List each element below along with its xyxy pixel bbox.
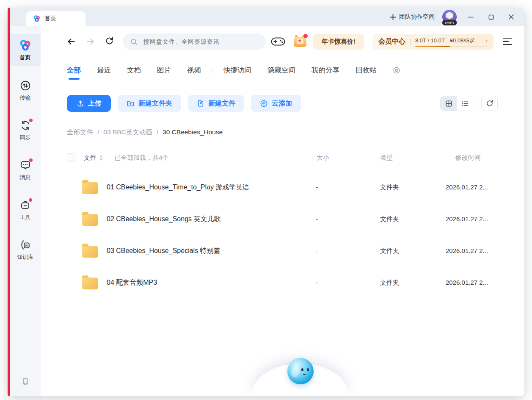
gamepad-icon[interactable] <box>271 36 285 47</box>
left-promo-strip <box>8 8 10 396</box>
close-button[interactable] <box>507 13 515 21</box>
file-name[interactable]: 04 配套音频MP3 <box>107 278 157 287</box>
search-input[interactable] <box>143 38 245 45</box>
tab-videos[interactable]: 视频 <box>187 66 201 75</box>
main-menu-icon[interactable] <box>503 38 512 45</box>
member-center-button[interactable]: 会员中心 8.0T / 10.0T ¥0.08/G起 › <box>372 34 493 50</box>
column-modified: 修改时间 <box>455 154 481 162</box>
tab-images[interactable]: 图片 <box>157 66 171 75</box>
breadcrumb-root[interactable]: 全部文件 <box>67 128 93 137</box>
file-size: - <box>316 279 318 286</box>
netdisk-logo-icon <box>19 39 32 51</box>
breadcrumb-parent[interactable]: 03 BBC英文动画 <box>103 128 152 137</box>
cloud-upload-icon <box>260 100 268 108</box>
main-content: 年卡惊喜价! 会员中心 8.0T / 10.0T ¥0.08/G起 › <box>41 26 524 396</box>
notification-dot <box>29 119 33 122</box>
ai-assistant-orb[interactable] <box>287 358 314 384</box>
transfer-icon <box>20 80 31 92</box>
column-size: 大小 <box>317 154 329 162</box>
storage-quota: 8.0T / 10.0T ¥0.08/G起 › <box>415 37 488 47</box>
browser-toolbar: 年卡惊喜价! 会员中心 8.0T / 10.0T ¥0.08/G起 › <box>41 26 524 57</box>
search-icon <box>130 38 138 45</box>
yearly-card-promo-button[interactable]: 年卡惊喜价! <box>313 34 364 50</box>
folder-icon <box>82 278 98 289</box>
message-icon <box>20 159 31 171</box>
file-list-header: 文件 已全部加载，共4个 大小 类型 修改时间 <box>41 153 524 164</box>
column-name[interactable]: 文件 <box>84 154 103 162</box>
toolbox-icon <box>20 199 30 211</box>
tab-home-page[interactable]: 首页 <box>26 11 85 26</box>
sidebar-item-knowledge[interactable]: AI 知识库 <box>10 236 41 264</box>
view-mode-toggle <box>440 96 473 111</box>
sidebar-item-messages[interactable]: 消息 <box>10 156 41 185</box>
window-tabbar: 首页 团队协作空间 SVIP5 <box>8 8 524 26</box>
upload-icon <box>77 100 84 107</box>
tab-hidden-space[interactable]: 隐藏空间 <box>267 66 295 75</box>
category-tabs: 全部 最近 文档 图片 视频 快捷访问 隐藏空间 我的分享 回收站 <box>41 57 524 83</box>
file-name[interactable]: 02 CBeebies_House_Songs 英文儿歌 <box>107 215 221 224</box>
file-actions: 上传 新建文件夹 新建文件 <box>41 95 524 112</box>
target-circle-icon[interactable] <box>393 67 400 74</box>
file-type: 文件夹 <box>380 183 399 192</box>
team-space-button[interactable]: 团队协作空间 <box>390 13 435 21</box>
file-list: 01 CBeebies_House_Time_to_Play 游戏学英语 - 文… <box>41 171 524 298</box>
list-view-button[interactable] <box>457 96 473 111</box>
file-type: 文件夹 <box>380 279 399 287</box>
sidebar-item-tools[interactable]: 工具 <box>10 196 41 225</box>
file-size: - <box>316 183 318 191</box>
gift-bag-icon[interactable] <box>294 35 306 47</box>
svg-text:AI: AI <box>25 244 28 247</box>
sort-icon[interactable] <box>99 155 103 161</box>
minimize-button[interactable] <box>467 13 474 21</box>
chevron-right-icon: › <box>485 37 488 44</box>
notification-dot <box>29 158 33 162</box>
breadcrumb: 全部文件 / 03 BBC英文动画 / 30 CBeebies_House <box>41 128 524 137</box>
app-window: 首页 团队协作空间 SVIP5 <box>8 8 524 396</box>
sidebar-item-home[interactable]: 首页 <box>10 34 41 66</box>
tab-my-shares[interactable]: 我的分享 <box>311 66 339 75</box>
mobile-phone-icon[interactable] <box>21 377 30 386</box>
maximize-button[interactable] <box>487 13 495 21</box>
user-avatar[interactable]: SVIP5 <box>442 10 457 24</box>
tabs-divider <box>212 67 212 74</box>
sidebar-item-transfer[interactable]: 传输 <box>10 76 41 105</box>
file-name[interactable]: 03 CBeebies_House_Specials 特别篇 <box>107 247 221 256</box>
file-modified: 2026.01.27 2... <box>446 215 488 222</box>
folder-icon <box>82 214 98 226</box>
tab-all[interactable]: 全部 <box>67 66 81 75</box>
netdisk-logo-icon <box>33 15 41 22</box>
upgrade-price: ¥0.08/G起 <box>450 37 475 44</box>
new-folder-button[interactable]: 新建文件夹 <box>118 95 181 112</box>
file-row[interactable]: 01 CBeebies_House_Time_to_Play 游戏学英语 - 文… <box>41 171 524 203</box>
member-center-label: 会员中心 <box>378 37 405 46</box>
file-row[interactable]: 03 CBeebies_House_Specials 特别篇 - 文件夹 202… <box>41 235 524 267</box>
upload-button[interactable]: 上传 <box>67 95 111 112</box>
file-row[interactable]: 04 配套音频MP3 - 文件夹 2026.01.27 2... <box>41 267 524 298</box>
folder-plus-icon <box>127 100 135 108</box>
forward-button[interactable] <box>85 36 96 47</box>
refresh-list-button[interactable] <box>481 96 498 111</box>
file-type: 文件夹 <box>380 247 399 255</box>
storage-used: 8.0T / 10.0T <box>415 37 445 44</box>
file-modified: 2026.01.27 2... <box>446 279 488 286</box>
tab-quick-access[interactable]: 快捷访问 <box>223 66 251 75</box>
new-file-button[interactable]: 新建文件 <box>188 95 244 112</box>
cloud-add-button[interactable]: 云添加 <box>251 95 301 112</box>
search-bar[interactable] <box>123 33 266 50</box>
sidebar: 首页 传输 <box>10 26 41 396</box>
breadcrumb-current: 30 CBeebies_House <box>163 128 223 136</box>
file-name[interactable]: 01 CBeebies_House_Time_to_Play 游戏学英语 <box>107 183 249 192</box>
tab-documents[interactable]: 文档 <box>127 66 141 75</box>
tab-recycle-bin[interactable]: 回收站 <box>356 66 377 75</box>
sidebar-item-sync[interactable]: 同步 <box>10 116 41 145</box>
tab-recent[interactable]: 最近 <box>97 66 111 75</box>
back-button[interactable] <box>66 36 76 47</box>
grid-view-button[interactable] <box>441 96 457 111</box>
file-edit-icon <box>197 100 204 107</box>
refresh-button[interactable] <box>105 36 114 45</box>
ai-knowledge-icon: AI <box>20 239 31 251</box>
select-all-checkbox[interactable] <box>67 153 75 162</box>
vip-badge: SVIP5 <box>442 20 457 25</box>
file-row[interactable]: 02 CBeebies_House_Songs 英文儿歌 - 文件夹 2026.… <box>41 203 524 235</box>
storage-progress-bar <box>415 46 488 47</box>
